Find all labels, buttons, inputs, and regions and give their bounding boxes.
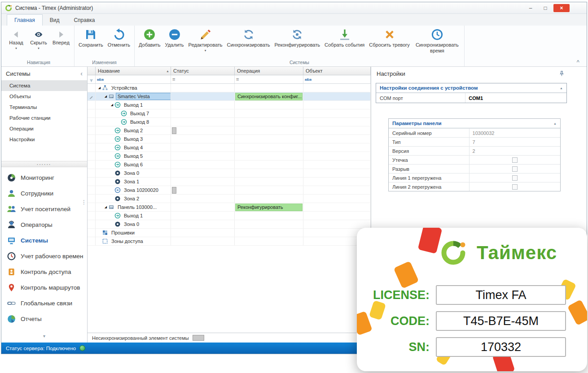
property-value[interactable]: 10300032 (470, 129, 560, 137)
module-item[interactable]: Отчеты (1, 311, 87, 327)
tree-row[interactable]: Прошивки (88, 229, 371, 237)
ribbon-button[interactable]: Отменить (105, 26, 132, 48)
ribbon-tab[interactable]: Главная (7, 14, 43, 26)
module-item[interactable]: Мониторинг (1, 170, 87, 186)
filter-type-icon[interactable]: = (172, 77, 175, 82)
sidebar-item[interactable]: Терминалы (1, 102, 87, 113)
module-item[interactable]: Глобальные связи (1, 295, 87, 311)
sidebar-item[interactable]: Операции (1, 123, 87, 134)
close-button[interactable]: × (553, 4, 570, 12)
ribbon-button[interactable]: Реконфигурировать (272, 26, 322, 48)
filter-type-icon[interactable]: аБв (97, 78, 104, 82)
object-cell (303, 212, 371, 220)
filter-cell[interactable]: аБв (96, 75, 171, 83)
tree-row[interactable]: Зона 2 (88, 195, 371, 203)
maximize-button[interactable]: □ (539, 4, 552, 12)
sidebar-item[interactable]: Объекты (1, 91, 87, 102)
sidebar-item[interactable]: Настройки (1, 134, 87, 145)
ribbon-button[interactable]: Сбросить тревогу (367, 26, 412, 48)
tree-row[interactable]: ◢Устройства (88, 84, 371, 92)
ribbon-button[interactable]: Удалить (163, 26, 186, 48)
property-label: Линия 2 перегружена (389, 182, 470, 191)
ribbon-button[interactable]: Редактировать▾ (186, 26, 225, 52)
tree-row[interactable]: ◢Выход 1 (88, 101, 371, 109)
tree-row[interactable]: Выход 3 (88, 135, 371, 143)
firmware-icon (102, 230, 108, 236)
ribbon-tab[interactable]: Справка (66, 15, 102, 26)
module-item[interactable]: Операторы (1, 217, 87, 233)
tree-row[interactable]: ◢Smartec VestaСинхронизировать конфиг... (88, 92, 371, 101)
ribbon-tab[interactable]: Вид (43, 15, 67, 26)
property-value[interactable]: COM1 (465, 93, 566, 103)
tree-row[interactable]: Зона 0 (88, 220, 371, 229)
ribbon-collapse-icon[interactable]: ^ (577, 59, 579, 65)
ribbon-button[interactable]: Синхронизировать (225, 26, 272, 48)
pin-icon[interactable] (558, 70, 565, 77)
license-field-label: CODE: (357, 314, 430, 328)
ribbon-button[interactable]: Сохранить (76, 26, 105, 48)
module-item[interactable]: Системы (1, 233, 87, 248)
module-item[interactable]: Контроль маршрутов (1, 280, 87, 295)
column-header[interactable]: Операция (235, 67, 303, 75)
tree-row[interactable]: Выход 6 (88, 160, 371, 169)
module-item[interactable]: Контроль доступа (1, 264, 87, 280)
name-cell: Зона 1 (96, 178, 171, 186)
filter-cell[interactable]: = (235, 75, 303, 83)
property-label: Тип (389, 138, 470, 146)
tree-row[interactable]: Зона 10200020 (88, 186, 371, 195)
ribbon-button[interactable]: Добавить (136, 26, 163, 48)
filter-type-icon[interactable]: аБв (305, 78, 312, 82)
tree-row-label: Прошивки (110, 230, 136, 236)
expander-icon: ◢ (103, 205, 108, 209)
license-field: SN:170332 (357, 337, 587, 357)
checkbox[interactable] (512, 157, 518, 163)
checkbox[interactable] (512, 175, 518, 181)
expander-icon: ◢ (97, 86, 102, 90)
collapse-icon[interactable]: ▲ (560, 87, 563, 90)
name-cell: Выход 7 (96, 109, 171, 117)
ribbon-button[interactable]: Скрыть▾ (27, 26, 50, 50)
grid-header: Название▲СтатусОперацияОбъект (88, 67, 371, 75)
ribbon-button[interactable]: Собрать события (322, 26, 367, 48)
tree-row[interactable]: Выход 2 (88, 126, 371, 135)
tree-row[interactable]: Выход 7 (88, 109, 371, 118)
checkbox[interactable] (512, 166, 518, 172)
sidebar-splitter[interactable]: ●●●●●● (1, 161, 87, 167)
filter-cell[interactable]: = (171, 75, 235, 83)
panel-icon (108, 204, 114, 210)
property-value[interactable]: 7 (470, 138, 560, 146)
ribbon-button[interactable]: Синхронизировать время (412, 26, 462, 54)
module-item[interactable]: Учет рабочего времен (1, 248, 87, 264)
ribbon-group-label: Изменения (76, 59, 132, 66)
module-item[interactable]: Учет посетителей (1, 201, 87, 217)
tree-row[interactable]: Выход 4 (88, 143, 371, 152)
sidebar-item[interactable]: Система (1, 80, 87, 91)
license-card: Таймекс LICENSE:Timex FACODE:T45-B7E-45M… (357, 228, 587, 371)
filter-cell[interactable]: аБв (303, 75, 371, 83)
tree-row[interactable]: Зоны доступа (88, 237, 371, 246)
column-header[interactable]: Название▲ (96, 67, 171, 75)
module-item[interactable]: Сотрудники (1, 186, 87, 201)
sidebar-item[interactable]: Рабочие станции (1, 113, 87, 123)
ribbon-button[interactable]: Назад▾ (5, 26, 27, 50)
sidebar-collapse-icon[interactable]: ‹ (80, 70, 83, 77)
checkbox[interactable] (512, 184, 518, 190)
ribbon-button[interactable]: Вперед (50, 26, 72, 46)
tree-row[interactable]: Зона 0 (88, 169, 371, 178)
minimize-button[interactable]: – (524, 4, 537, 12)
filter-type-icon[interactable]: = (236, 77, 239, 82)
row-indicator (88, 169, 96, 177)
section-title: Параметры панели (392, 121, 442, 126)
tree-row[interactable]: Выход 8 (88, 118, 371, 126)
unsynced-marker (172, 187, 176, 194)
column-header[interactable]: Объект (303, 67, 371, 75)
tree-row[interactable]: Выход 5 (88, 152, 371, 160)
tree-row[interactable]: Выход 1 (88, 212, 371, 220)
column-header[interactable]: Статус (171, 67, 235, 75)
panel-resize-handle[interactable]: ⋮ (81, 201, 87, 204)
property-value[interactable]: 2 (470, 147, 560, 155)
collapse-icon[interactable]: ▲ (553, 122, 557, 125)
tree-row[interactable]: ◢Панель 103000...Реконфигурировать (88, 203, 371, 212)
sidebar-overflow-chevron-icon[interactable]: ▾ (1, 334, 87, 343)
tree-row[interactable]: Зона 1 (88, 178, 371, 186)
